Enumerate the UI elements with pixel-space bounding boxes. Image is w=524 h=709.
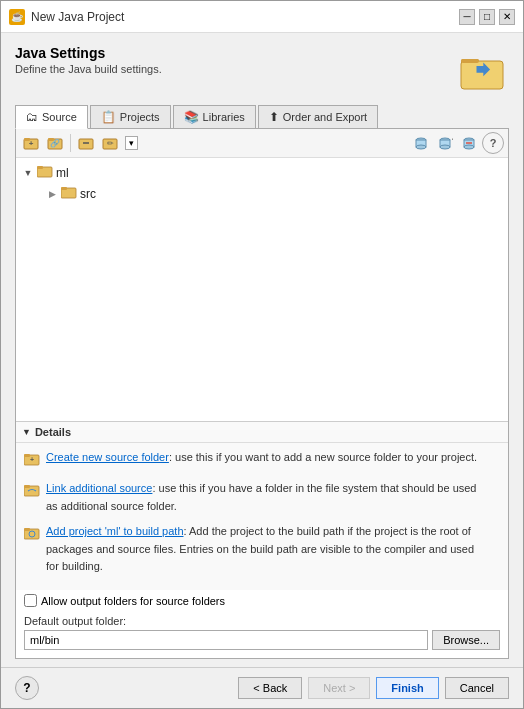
bottom-left: ? xyxy=(15,676,39,700)
edit-icon: ✏ xyxy=(102,135,118,151)
add-folder-button[interactable]: + xyxy=(20,132,42,154)
minimize-button[interactable]: ─ xyxy=(459,9,475,25)
bottom-right: < Back Next > Finish Cancel xyxy=(238,677,509,699)
svg-rect-29 xyxy=(61,187,67,190)
svg-point-20 xyxy=(440,145,450,149)
maximize-button[interactable]: □ xyxy=(479,9,495,25)
details-item-link: Link additional source: use this if you … xyxy=(24,480,488,515)
svg-rect-3 xyxy=(461,59,479,63)
output-folder-row: Browse... xyxy=(24,630,500,650)
browse-button[interactable]: Browse... xyxy=(432,630,500,650)
ml-folder-icon xyxy=(37,164,53,181)
edit-button[interactable]: ✏ xyxy=(99,132,121,154)
remove2-icon xyxy=(461,135,477,151)
create-source-link[interactable]: Create new source folder xyxy=(46,451,169,463)
src-icon-svg xyxy=(61,185,77,199)
svg-text:✏: ✏ xyxy=(107,139,114,148)
add-jar-icon xyxy=(413,135,429,151)
cancel-button[interactable]: Cancel xyxy=(445,677,509,699)
ml-label: ml xyxy=(56,166,69,180)
svg-rect-27 xyxy=(37,166,43,169)
details-triangle-icon: ▼ xyxy=(22,427,31,437)
src-label: src xyxy=(80,187,96,201)
output-folder-section: Default output folder: Browse... xyxy=(16,611,508,658)
allow-output-checkbox[interactable] xyxy=(24,594,37,607)
tab-source[interactable]: 🗂 Source xyxy=(15,105,88,129)
add-jar-button[interactable] xyxy=(410,132,432,154)
folder-icon-svg xyxy=(459,47,507,95)
details-section: ▼ Details + xyxy=(16,421,508,590)
tree-area: ▼ ml ▶ xyxy=(16,158,508,421)
add-ext-icon: ↗ xyxy=(437,135,453,151)
details-scroll-area[interactable]: + Create new source folder: use this if … xyxy=(16,443,508,590)
add-ext-button[interactable]: ↗ xyxy=(434,132,456,154)
tab-order-label: Order and Export xyxy=(283,111,367,123)
tab-projects-icon: 📋 xyxy=(101,110,116,124)
tabs-row: 🗂 Source 📋 Projects 📚 Libraries ⬆ Order … xyxy=(15,105,509,129)
title-bar: ☕ New Java Project ─ □ ✕ xyxy=(1,1,523,33)
svg-point-24 xyxy=(464,145,474,149)
link-source-button[interactable]: 🔗 xyxy=(44,132,66,154)
help-button[interactable]: ? xyxy=(15,676,39,700)
tree-child-src: ▶ src xyxy=(20,183,504,204)
svg-text:+: + xyxy=(29,139,34,148)
toolbar-sep-1 xyxy=(70,134,71,152)
page-subtitle: Define the Java build settings. xyxy=(15,63,162,75)
allow-output-label[interactable]: Allow output folders for source folders xyxy=(41,595,225,607)
page-title: Java Settings xyxy=(15,45,162,61)
main-window: ☕ New Java Project ─ □ ✕ Java Settings D… xyxy=(0,0,524,709)
remove-icon xyxy=(78,135,94,151)
help-icon: ? xyxy=(490,137,497,149)
window-title: New Java Project xyxy=(31,10,453,24)
next-button[interactable]: Next > xyxy=(308,677,370,699)
link-additional-text: Link additional source: use this if you … xyxy=(46,480,488,515)
details-item-addproject: Add project 'ml' to build path: Add the … xyxy=(24,523,488,576)
help-toolbar-button[interactable]: ? xyxy=(482,132,504,154)
remove-button[interactable] xyxy=(75,132,97,154)
tab-order-export[interactable]: ⬆ Order and Export xyxy=(258,105,378,128)
dropdown-arrow: ▾ xyxy=(129,138,134,148)
toolbar-dropdown[interactable]: ▾ xyxy=(125,136,138,150)
ml-icon-svg xyxy=(37,164,53,178)
add-project-link[interactable]: Add project 'ml' to build path xyxy=(46,525,184,537)
back-button[interactable]: < Back xyxy=(238,677,302,699)
add-project-icon xyxy=(24,524,40,546)
toolbar-right: ↗ ? xyxy=(410,132,504,154)
create-icon-svg: + xyxy=(24,452,40,466)
src-expander-icon[interactable]: ▶ xyxy=(46,188,58,200)
tab-projects[interactable]: 📋 Projects xyxy=(90,105,171,128)
tab-libraries-label: Libraries xyxy=(203,111,245,123)
main-panel: + 🔗 xyxy=(15,129,509,659)
output-folder-input[interactable] xyxy=(24,630,428,650)
details-header-label: Details xyxy=(35,426,71,438)
svg-rect-2 xyxy=(461,61,503,89)
link-additional-link[interactable]: Link additional source xyxy=(46,482,152,494)
details-header[interactable]: ▼ Details xyxy=(16,422,508,443)
svg-text:↗: ↗ xyxy=(451,135,453,141)
tab-source-icon: 🗂 xyxy=(26,110,38,124)
window-controls: ─ □ ✕ xyxy=(459,9,515,25)
tree-item-ml[interactable]: ▼ ml xyxy=(20,162,504,183)
ml-expander-icon[interactable]: ▼ xyxy=(22,167,34,179)
finish-button[interactable]: Finish xyxy=(376,677,438,699)
tab-projects-label: Projects xyxy=(120,111,160,123)
link-source-icon: 🔗 xyxy=(47,135,63,151)
add-folder-icon: + xyxy=(23,135,39,151)
add-project-text: Add project 'ml' to build path: Add the … xyxy=(46,523,488,576)
close-button[interactable]: ✕ xyxy=(499,9,515,25)
svg-rect-36 xyxy=(24,528,30,531)
link-additional-icon xyxy=(24,481,40,503)
tab-libraries-icon: 📚 xyxy=(184,110,199,124)
tab-order-icon: ⬆ xyxy=(269,110,279,124)
create-source-icon: + xyxy=(24,450,40,472)
tab-libraries[interactable]: 📚 Libraries xyxy=(173,105,256,128)
remove2-button[interactable] xyxy=(458,132,480,154)
svg-text:+: + xyxy=(30,456,34,463)
window-icon: ☕ xyxy=(9,9,25,25)
tree-item-src[interactable]: ▶ src xyxy=(44,183,504,204)
allow-output-row: Allow output folders for source folders xyxy=(16,590,508,611)
create-source-text: Create new source folder: use this if yo… xyxy=(46,449,477,467)
content-area: Java Settings Define the Java build sett… xyxy=(1,33,523,667)
create-source-desc: : use this if you want to add a new sour… xyxy=(169,451,477,463)
tab-source-label: Source xyxy=(42,111,77,123)
